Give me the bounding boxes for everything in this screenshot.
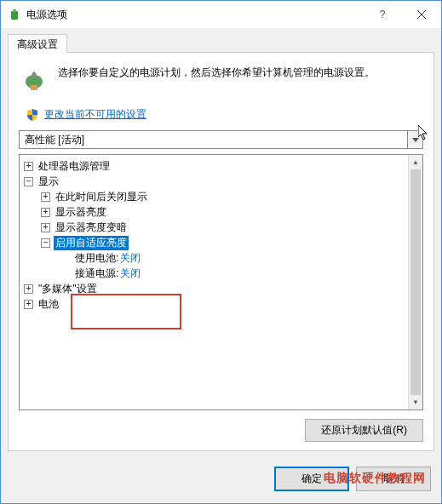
ok-button[interactable]: 确定	[274, 467, 349, 491]
description-text: 选择你要自定义的电源计划，然后选择你希望计算机管理的电源设置。	[58, 65, 375, 81]
titlebar: 电源选项 ?	[1, 1, 441, 28]
tab-advanced[interactable]: 高级设置	[8, 34, 67, 53]
scroll-up-icon[interactable]: ▲	[409, 155, 422, 169]
expand-icon[interactable]: +	[24, 300, 33, 309]
shield-icon	[26, 108, 39, 122]
window-title: 电源选项	[26, 8, 363, 22]
tree-item-dim[interactable]: + 显示器亮度变暗	[22, 220, 422, 235]
tree-item-adaptive[interactable]: − 启用自适应亮度	[22, 235, 422, 250]
dropdown-arrow-icon[interactable]	[407, 131, 422, 148]
plan-selected: 高性能 [活动]	[25, 133, 84, 147]
tree-item-battery-node[interactable]: + 电池	[22, 296, 422, 312]
scroll-thumb[interactable]	[410, 169, 421, 395]
plugged-value[interactable]: 关闭	[120, 266, 141, 281]
power-plan-icon	[19, 65, 49, 95]
plan-dropdown[interactable]: 高性能 [活动]	[19, 130, 423, 149]
tab-body: 选择你要自定义的电源计划，然后选择你希望计算机管理的电源设置。 更改当前不可用的…	[8, 52, 434, 451]
cancel-button[interactable]: 取消	[356, 467, 431, 491]
settings-tree: + 处理器电源管理 − 显示 + 在此时间后关闭显示	[19, 154, 423, 410]
collapse-icon[interactable]: −	[41, 238, 50, 248]
scroll-down-icon[interactable]: ▼	[409, 395, 422, 410]
change-unavailable-link[interactable]: 更改当前不可用的设置	[44, 107, 146, 122]
dialog-footer: 确定 取消 电脑软硬件教程网	[1, 458, 441, 503]
tab-strip: 高级设置	[8, 34, 434, 52]
description-row: 选择你要自定义的电源计划，然后选择你希望计算机管理的电源设置。	[19, 65, 423, 95]
restore-defaults-button[interactable]: 还原计划默认值(R)	[305, 419, 423, 442]
expand-icon[interactable]: +	[24, 162, 33, 171]
power-icon	[8, 8, 21, 21]
restore-row: 还原计划默认值(R)	[19, 419, 423, 442]
battery-value[interactable]: 关闭	[120, 251, 141, 266]
svg-rect-0	[11, 11, 18, 20]
tree-item-battery-value[interactable]: 使用电池: 关闭	[22, 250, 422, 266]
content-area: 高级设置 选择你要自定义的电源计划，然后选择你希望计算机管理的电源设置。	[1, 28, 441, 458]
vertical-scrollbar[interactable]: ▲ ▼	[408, 155, 422, 410]
expand-icon[interactable]: +	[41, 192, 50, 202]
svg-rect-1	[13, 9, 16, 12]
tree-item-cpu[interactable]: + 处理器电源管理	[22, 158, 422, 174]
tree-item-multimedia[interactable]: + "多媒体"设置	[22, 281, 422, 296]
tree-item-display-off[interactable]: + 在此时间后关闭显示	[22, 189, 422, 204]
svg-rect-3	[31, 85, 37, 90]
close-button[interactable]	[402, 1, 441, 28]
power-options-window: 电源选项 ? 高级设置 选择你要自定义的电源计划，	[0, 0, 442, 504]
tab-container: 高级设置 选择你要自定义的电源计划，然后选择你希望计算机管理的电源设置。	[8, 34, 434, 451]
privilege-row: 更改当前不可用的设置	[26, 107, 423, 122]
help-button[interactable]: ?	[363, 1, 402, 28]
expand-icon[interactable]: +	[41, 223, 50, 232]
tree-item-display[interactable]: − 显示	[22, 174, 422, 189]
tree-item-plugged-value[interactable]: 接通电源: 关闭	[22, 266, 422, 281]
collapse-icon[interactable]: −	[24, 177, 33, 186]
expand-icon[interactable]: +	[41, 208, 50, 217]
expand-icon[interactable]: +	[24, 284, 33, 294]
tree-item-brightness[interactable]: + 显示器亮度	[22, 204, 422, 220]
